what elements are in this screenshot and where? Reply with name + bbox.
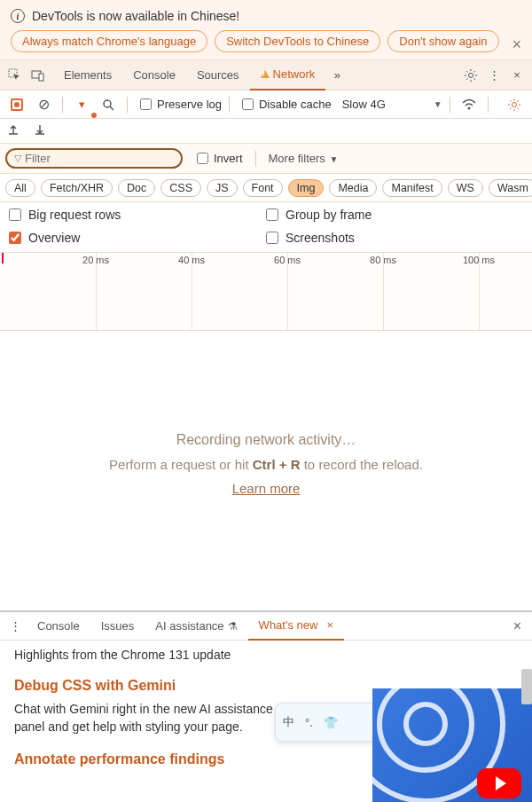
tick-label: 80 ms bbox=[370, 255, 396, 265]
kebab-icon[interactable]: ⋮ bbox=[482, 64, 505, 87]
funnel-icon: ▽ bbox=[14, 153, 21, 164]
invert-checkbox[interactable]: Invert bbox=[197, 152, 243, 165]
network-options: Big request rows Group by frame Overview… bbox=[0, 202, 532, 253]
inspect-icon[interactable] bbox=[4, 64, 27, 87]
type-filter-doc[interactable]: Doc bbox=[118, 179, 155, 197]
tab-network[interactable]: Network bbox=[250, 60, 326, 90]
record-button[interactable] bbox=[5, 93, 28, 116]
divider bbox=[255, 151, 256, 167]
clear-button[interactable]: ⊘ bbox=[32, 93, 55, 116]
import-har-icon[interactable] bbox=[34, 123, 46, 138]
svg-point-3 bbox=[469, 73, 473, 77]
overview-checkbox[interactable]: Overview bbox=[9, 231, 266, 245]
drawer-body: Highlights from the Chrome 131 update De… bbox=[0, 641, 532, 802]
youtube-play-icon[interactable] bbox=[477, 768, 521, 798]
drawer-close-icon[interactable]: × bbox=[506, 618, 528, 634]
group-frame-checkbox[interactable]: Group by frame bbox=[266, 208, 523, 222]
tab-network-label: Network bbox=[273, 67, 316, 81]
type-filter-font[interactable]: Font bbox=[243, 179, 283, 197]
drawer-tab-ai-label: AI assistance bbox=[155, 619, 223, 633]
switch-language-button[interactable]: Switch DevTools to Chinese bbox=[215, 30, 380, 52]
divider bbox=[62, 97, 63, 113]
settings-icon[interactable] bbox=[459, 64, 482, 87]
filter-input-wrap[interactable]: ▽ bbox=[5, 148, 183, 169]
disable-cache-label: Disable cache bbox=[259, 98, 332, 111]
network-conditions-icon[interactable] bbox=[458, 93, 481, 116]
drawer-tab-console[interactable]: Console bbox=[27, 612, 90, 641]
learn-more-link[interactable]: Learn more bbox=[232, 481, 301, 496]
svg-point-6 bbox=[467, 106, 470, 109]
export-har-icon[interactable] bbox=[7, 123, 20, 138]
invert-label: Invert bbox=[214, 152, 243, 165]
search-icon[interactable] bbox=[97, 93, 120, 116]
info-icon: i bbox=[11, 9, 25, 23]
ime-dots[interactable]: °. bbox=[305, 716, 313, 729]
tick-label: 100 ms bbox=[463, 255, 495, 265]
main-toolbar: Elements Console Sources Network » ⋮ × bbox=[0, 60, 532, 90]
type-filter-media[interactable]: Media bbox=[329, 179, 377, 197]
screenshots-label: Screenshots bbox=[286, 231, 355, 245]
drawer-tab-issues[interactable]: Issues bbox=[90, 612, 145, 641]
tick-label: 40 ms bbox=[178, 255, 205, 265]
svg-point-4 bbox=[104, 100, 111, 107]
type-filter-fetchxhr[interactable]: Fetch/XHR bbox=[41, 179, 113, 197]
type-filter-all[interactable]: All bbox=[5, 179, 35, 197]
more-filters-dropdown[interactable]: More filters ▼ bbox=[269, 152, 339, 165]
hint-text: Perform a request or hit Ctrl + R to rec… bbox=[109, 457, 423, 472]
overview-label: Overview bbox=[28, 231, 80, 245]
banner-title: DevTools is now available in Chinese! bbox=[32, 9, 239, 23]
preserve-log-checkbox[interactable]: Preserve log bbox=[140, 98, 222, 111]
import-export-row bbox=[0, 119, 532, 144]
type-filter-css[interactable]: CSS bbox=[160, 179, 201, 197]
tick-label: 60 ms bbox=[274, 255, 301, 265]
drawer-kebab-icon[interactable]: ⋮ bbox=[4, 615, 27, 638]
drawer-tab-whatsnew[interactable]: What's new × bbox=[248, 612, 344, 641]
drawer-tab-whatsnew-label: What's new bbox=[259, 618, 318, 632]
timeline-cursor bbox=[2, 253, 4, 263]
big-rows-checkbox[interactable]: Big request rows bbox=[9, 208, 266, 222]
flask-icon: ⚗ bbox=[228, 620, 238, 633]
close-devtools-icon[interactable]: × bbox=[505, 64, 528, 87]
divider bbox=[450, 97, 450, 113]
network-controls: ⊘ ▾ Preserve log Disable cache Slow 4G ▼ bbox=[0, 90, 532, 119]
throttling-select[interactable]: Slow 4G bbox=[342, 98, 386, 111]
type-filter-wasm[interactable]: Wasm bbox=[489, 179, 532, 197]
tab-elements[interactable]: Elements bbox=[53, 60, 122, 90]
type-filter-manifest[interactable]: Manifest bbox=[382, 179, 442, 197]
preserve-log-label: Preserve log bbox=[157, 98, 222, 111]
video-thumbnail[interactable] bbox=[372, 688, 532, 802]
group-frame-label: Group by frame bbox=[286, 208, 372, 222]
resource-type-filters: AllFetch/XHRDocCSSJSFontImgMediaManifest… bbox=[0, 174, 532, 202]
filter-toggle-icon[interactable]: ▾ bbox=[70, 93, 93, 116]
device-toggle-icon[interactable] bbox=[27, 64, 50, 87]
match-language-button[interactable]: Always match Chrome's language bbox=[11, 30, 207, 52]
tab-console[interactable]: Console bbox=[122, 60, 186, 90]
chevron-down-icon: ▼ bbox=[327, 154, 339, 164]
close-icon[interactable]: × bbox=[512, 35, 521, 54]
drawer-tab-ai[interactable]: AI assistance ⚗ bbox=[145, 612, 247, 641]
section-text: Chat with Gemini right in the new AI ass… bbox=[14, 701, 298, 735]
tab-sources[interactable]: Sources bbox=[186, 60, 250, 90]
divider bbox=[127, 97, 128, 113]
tick-label: 20 ms bbox=[82, 255, 109, 265]
divider bbox=[488, 97, 489, 113]
ime-icon[interactable]: 👕 bbox=[324, 716, 338, 729]
filter-input[interactable] bbox=[25, 152, 174, 165]
ime-lang[interactable]: 中 bbox=[283, 714, 294, 730]
scrollbar[interactable] bbox=[521, 669, 532, 704]
screenshots-checkbox[interactable]: Screenshots bbox=[266, 231, 523, 245]
type-filter-img[interactable]: Img bbox=[288, 179, 325, 197]
timeline-overview[interactable]: 20 ms40 ms60 ms80 ms100 ms bbox=[0, 253, 532, 331]
chevron-down-icon[interactable]: ▼ bbox=[434, 99, 442, 109]
type-filter-ws[interactable]: WS bbox=[448, 179, 483, 197]
dont-show-button[interactable]: Don't show again bbox=[387, 30, 498, 52]
empty-state: Recording network activity… Perform a re… bbox=[0, 331, 532, 597]
close-tab-icon[interactable]: × bbox=[326, 618, 333, 632]
network-settings-icon[interactable] bbox=[503, 93, 526, 116]
more-tabs-icon[interactable]: » bbox=[325, 64, 348, 87]
disable-cache-checkbox[interactable]: Disable cache bbox=[242, 98, 332, 111]
recording-text: Recording network activity… bbox=[176, 432, 356, 448]
svg-rect-2 bbox=[39, 74, 43, 81]
type-filter-js[interactable]: JS bbox=[207, 179, 238, 197]
big-rows-label: Big request rows bbox=[28, 208, 121, 222]
